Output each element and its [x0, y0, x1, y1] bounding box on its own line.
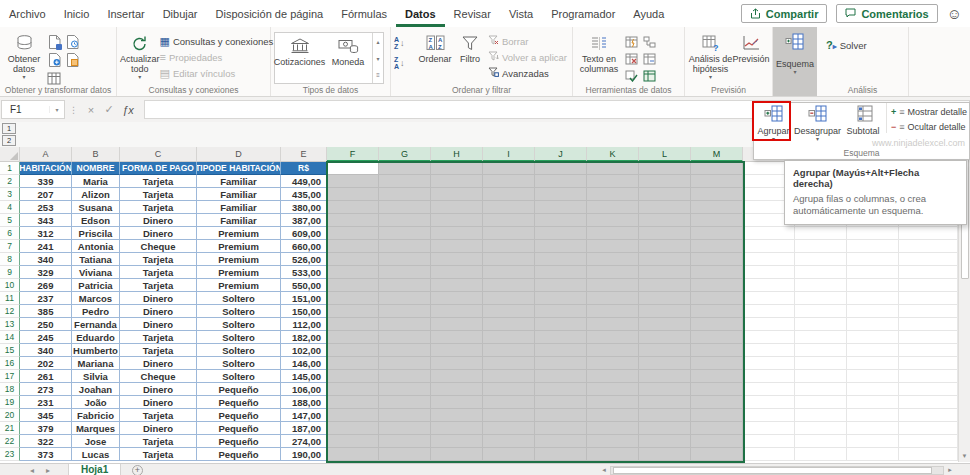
- cell-O23[interactable]: [795, 448, 847, 461]
- cell-P22[interactable]: [847, 435, 899, 448]
- cell-A1[interactable]: HABITACIÓN: [20, 162, 72, 175]
- cell-I7[interactable]: [483, 240, 535, 253]
- cell-L15[interactable]: [639, 344, 691, 357]
- row-header-11[interactable]: 11: [0, 292, 20, 305]
- ordenar-button[interactable]: ZAAZ Ordenar: [416, 30, 454, 88]
- cell-L21[interactable]: [639, 422, 691, 435]
- cell-G13[interactable]: [379, 318, 431, 331]
- cell-L16[interactable]: [639, 357, 691, 370]
- cell-L1[interactable]: [639, 162, 691, 175]
- cell-K2[interactable]: [587, 175, 639, 188]
- cell-I22[interactable]: [483, 435, 535, 448]
- cell-J7[interactable]: [535, 240, 587, 253]
- cell-I3[interactable]: [483, 188, 535, 201]
- volver-aplicar-button[interactable]: Volver a aplicar: [488, 50, 567, 64]
- cell-O20[interactable]: [795, 409, 847, 422]
- cell-M8[interactable]: [691, 253, 743, 266]
- cell-K22[interactable]: [587, 435, 639, 448]
- cell-D3[interactable]: Familiar: [197, 188, 281, 201]
- gallery-up-icon[interactable]: ▴: [376, 38, 379, 45]
- cell-P9[interactable]: [847, 266, 899, 279]
- from-text-icon[interactable]: [45, 33, 63, 51]
- cell-M15[interactable]: [691, 344, 743, 357]
- cell-L11[interactable]: [639, 292, 691, 305]
- scroll-left-icon[interactable]: ◂: [598, 466, 610, 474]
- cell-M23[interactable]: [691, 448, 743, 461]
- cell-L9[interactable]: [639, 266, 691, 279]
- cell-B8[interactable]: Tatiana: [72, 253, 120, 266]
- cell-I9[interactable]: [483, 266, 535, 279]
- cell-P23[interactable]: [847, 448, 899, 461]
- formula-bar-splitter[interactable]: ⋮: [65, 105, 82, 115]
- moneda-button[interactable]: Moneda: [324, 33, 372, 83]
- row-header-20[interactable]: 20: [0, 409, 20, 422]
- cell-B23[interactable]: Lucas: [72, 448, 120, 461]
- cell-D13[interactable]: Soltero: [197, 318, 281, 331]
- cell-D20[interactable]: Pequeño: [197, 409, 281, 422]
- outline-level-1-button[interactable]: 1: [2, 123, 16, 134]
- cell-C10[interactable]: Tarjeta: [120, 279, 197, 292]
- cell-I17[interactable]: [483, 370, 535, 383]
- cell-F15[interactable]: [327, 344, 379, 357]
- cell-D11[interactable]: Soltero: [197, 292, 281, 305]
- cell-I20[interactable]: [483, 409, 535, 422]
- cotizaciones-button[interactable]: Cotizaciones: [275, 33, 324, 83]
- cell-G1[interactable]: [379, 162, 431, 175]
- cell-K4[interactable]: [587, 201, 639, 214]
- cell-D5[interactable]: Familiar: [197, 214, 281, 227]
- cell-J12[interactable]: [535, 305, 587, 318]
- tab-disposicion[interactable]: Disposición de página: [207, 0, 333, 27]
- cell-K13[interactable]: [587, 318, 639, 331]
- cell-L22[interactable]: [639, 435, 691, 448]
- cell-D23[interactable]: Pequeño: [197, 448, 281, 461]
- editar-vinculos-button[interactable]: ▤ Editar vínculos: [160, 66, 274, 80]
- cell-J1[interactable]: [535, 162, 587, 175]
- cell-M5[interactable]: [691, 214, 743, 227]
- cell-B6[interactable]: Priscila: [72, 227, 120, 240]
- cell-I8[interactable]: [483, 253, 535, 266]
- remove-duplicates-icon[interactable]: [622, 50, 640, 67]
- row-header-3[interactable]: 3: [0, 188, 20, 201]
- cell-H8[interactable]: [431, 253, 483, 266]
- cell-Q13[interactable]: [899, 318, 958, 331]
- row-header-17[interactable]: 17: [0, 370, 20, 383]
- cell-L5[interactable]: [639, 214, 691, 227]
- cell-M20[interactable]: [691, 409, 743, 422]
- cell-P14[interactable]: [847, 331, 899, 344]
- filtro-button[interactable]: Filtro: [454, 30, 486, 88]
- cell-B22[interactable]: Jose: [72, 435, 120, 448]
- cell-J8[interactable]: [535, 253, 587, 266]
- cell-I12[interactable]: [483, 305, 535, 318]
- cell-Q19[interactable]: [899, 396, 958, 409]
- cell-B15[interactable]: Humberto: [72, 344, 120, 357]
- cell-A11[interactable]: 237: [20, 292, 72, 305]
- cell-F23[interactable]: [327, 448, 379, 461]
- cell-C9[interactable]: Tarjeta: [120, 266, 197, 279]
- cell-Q22[interactable]: [899, 435, 958, 448]
- enter-icon[interactable]: ✓: [100, 103, 118, 116]
- cell-N7[interactable]: [743, 240, 795, 253]
- cell-A9[interactable]: 329: [20, 266, 72, 279]
- cell-E3[interactable]: 435,00: [281, 188, 327, 201]
- cell-G7[interactable]: [379, 240, 431, 253]
- cell-J15[interactable]: [535, 344, 587, 357]
- cell-C2[interactable]: Tarjeta: [120, 175, 197, 188]
- cell-O21[interactable]: [795, 422, 847, 435]
- cell-E16[interactable]: 146,00: [281, 357, 327, 370]
- cell-K11[interactable]: [587, 292, 639, 305]
- cell-F18[interactable]: [327, 383, 379, 396]
- cell-K8[interactable]: [587, 253, 639, 266]
- cell-B3[interactable]: Alizon: [72, 188, 120, 201]
- cell-L6[interactable]: [639, 227, 691, 240]
- cell-Q16[interactable]: [899, 357, 958, 370]
- cell-E5[interactable]: 387,00: [281, 214, 327, 227]
- cell-Q20[interactable]: [899, 409, 958, 422]
- cell-F16[interactable]: [327, 357, 379, 370]
- column-header-A[interactable]: A: [20, 147, 72, 162]
- sheet-tab-hoja1[interactable]: Hoja1: [68, 464, 121, 475]
- cell-P15[interactable]: [847, 344, 899, 357]
- cell-J13[interactable]: [535, 318, 587, 331]
- row-header-14[interactable]: 14: [0, 331, 20, 344]
- cell-C7[interactable]: Cheque: [120, 240, 197, 253]
- cell-A13[interactable]: 250: [20, 318, 72, 331]
